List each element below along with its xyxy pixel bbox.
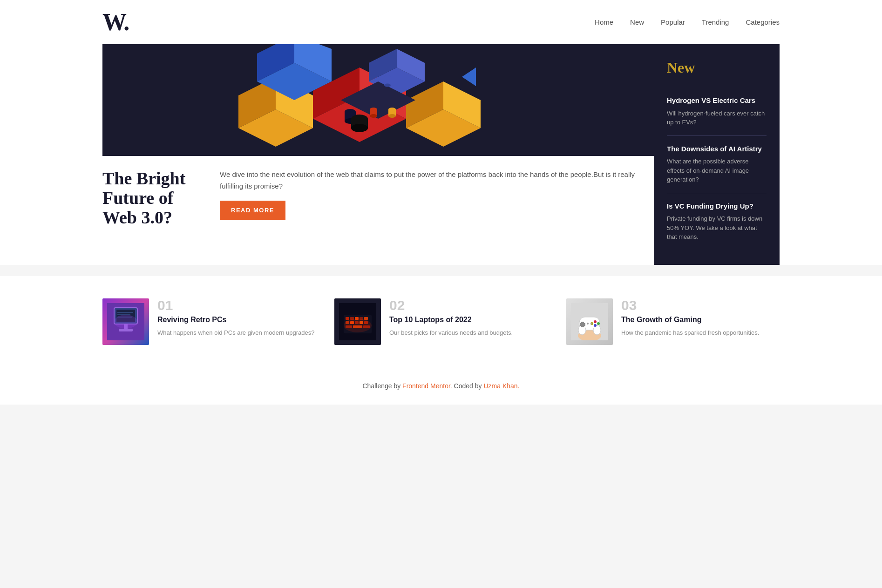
nav-links: Home New Popular Trending Categories: [595, 18, 780, 27]
footer-coded-by: Coded by: [452, 382, 484, 390]
hero-title: The Bright Future of Web 3.0?: [102, 169, 205, 227]
nav-item-home[interactable]: Home: [595, 18, 613, 27]
article-info-2: 02 Top 10 Laptops of 2022 Our best picks…: [389, 298, 548, 338]
article-title-3: The Growth of Gaming: [621, 315, 780, 325]
frontend-mentor-link[interactable]: Frontend Mentor.: [402, 382, 452, 390]
article-thumb-3: [566, 298, 613, 345]
svg-point-22: [370, 114, 377, 118]
sidebar-article-1-title: Hydrogen VS Electric Cars: [667, 96, 767, 105]
sidebar-article-3-title: Is VC Funding Drying Up?: [667, 202, 767, 211]
article-desc-3: How the pandemic has sparked fresh oppor…: [621, 328, 780, 338]
gaming-thumb-image: [566, 298, 613, 345]
svg-rect-44: [346, 317, 349, 320]
laptop-svg: [339, 303, 376, 340]
retro-pc-svg: [107, 303, 144, 340]
article-number-1: 01: [157, 298, 316, 312]
svg-point-65: [594, 320, 597, 323]
hero-left: The Bright Future of Web 3.0? We dive in…: [102, 44, 654, 265]
article-number-2: 02: [389, 298, 548, 312]
sidebar-article-1[interactable]: Hydrogen VS Electric Cars Will hydrogen-…: [667, 88, 767, 136]
nav-link-popular[interactable]: Popular: [661, 18, 685, 26]
article-thumb-2: [334, 298, 381, 345]
nav-item-categories[interactable]: Categories: [746, 18, 780, 27]
nav-link-home[interactable]: Home: [595, 18, 613, 26]
sidebar-article-1-desc: Will hydrogen-fueled cars ever catch up …: [667, 109, 767, 127]
hero-description-area: We dive into the next evolution of the w…: [220, 169, 654, 220]
hero-section: The Bright Future of Web 3.0? We dive in…: [0, 44, 882, 265]
sidebar-article-3-desc: Private funding by VC firms is down 50% …: [667, 214, 767, 242]
bottom-articles-section: 01 Reviving Retro PCs What happens when …: [0, 276, 882, 367]
article-card-2[interactable]: 02 Top 10 Laptops of 2022 Our best picks…: [334, 298, 548, 345]
article-info-1: 01 Reviving Retro PCs What happens when …: [157, 298, 316, 338]
svg-point-41: [114, 315, 137, 329]
svg-point-70: [590, 323, 592, 324]
retro-thumb-image: [102, 298, 149, 345]
article-desc-1: What happens when old PCs are given mode…: [157, 328, 316, 338]
gaming-svg: [571, 303, 608, 340]
svg-point-28: [351, 124, 368, 132]
article-thumb-1: [102, 298, 149, 345]
nav-link-new[interactable]: New: [630, 18, 644, 26]
footer: Challenge by Frontend Mentor. Coded by U…: [0, 367, 882, 405]
sidebar-article-2-title: The Downsides of AI Artistry: [667, 144, 767, 154]
nav-item-new[interactable]: New: [630, 18, 644, 27]
hero-image: [102, 44, 654, 156]
svg-point-66: [597, 322, 600, 325]
sidebar-article-2[interactable]: The Downsides of AI Artistry What are th…: [667, 136, 767, 193]
hero-description: We dive into the next evolution of the w…: [220, 169, 654, 192]
svg-point-57: [344, 318, 372, 332]
hero-illustration: [102, 44, 654, 156]
logo: W.: [102, 8, 129, 36]
navigation: W. Home New Popular Trending Categories: [0, 0, 882, 44]
read-more-button[interactable]: READ MORE: [220, 201, 285, 220]
coder-link[interactable]: Uzma Khan.: [483, 382, 519, 390]
svg-point-25: [388, 114, 396, 118]
article-number-3: 03: [621, 298, 780, 312]
laptop-thumb-image: [334, 298, 381, 345]
svg-point-32: [384, 84, 391, 87]
svg-rect-40: [119, 329, 133, 331]
svg-point-62: [593, 325, 601, 335]
sidebar-heading: New: [667, 59, 767, 76]
article-info-3: 03 The Growth of Gaming How the pandemic…: [621, 298, 780, 338]
hero-text-area: The Bright Future of Web 3.0? We dive in…: [102, 156, 654, 240]
nav-item-trending[interactable]: Trending: [702, 18, 729, 27]
article-title-2: Top 10 Laptops of 2022: [389, 315, 548, 325]
nav-link-trending[interactable]: Trending: [702, 18, 729, 26]
article-card-1[interactable]: 01 Reviving Retro PCs What happens when …: [102, 298, 316, 345]
nav-item-popular[interactable]: Popular: [661, 18, 685, 27]
svg-point-67: [594, 324, 597, 327]
svg-point-69: [587, 323, 589, 324]
svg-rect-64: [580, 323, 585, 326]
sidebar-new: New Hydrogen VS Electric Cars Will hydro…: [654, 44, 780, 265]
nav-link-categories[interactable]: Categories: [746, 18, 780, 26]
footer-prefix: Challenge by: [362, 382, 402, 390]
sidebar-article-3[interactable]: Is VC Funding Drying Up? Private funding…: [667, 193, 767, 250]
article-desc-2: Our best picks for various needs and bud…: [389, 328, 548, 338]
article-title-1: Reviving Retro PCs: [157, 315, 316, 325]
sidebar-article-2-desc: What are the possible adverse effects of…: [667, 157, 767, 184]
article-card-3[interactable]: 03 The Growth of Gaming How the pandemic…: [566, 298, 780, 345]
